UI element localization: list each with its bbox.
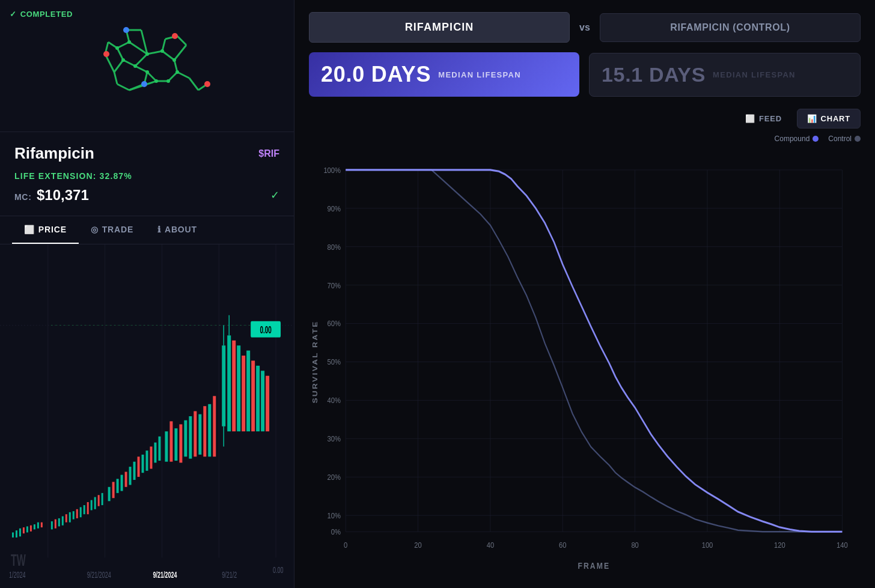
svg-rect-91	[154, 443, 156, 463]
svg-point-34	[103, 51, 109, 57]
svg-text:SURVIVAL RATE: SURVIVAL RATE	[311, 320, 319, 403]
svg-rect-73	[80, 507, 82, 517]
svg-rect-75	[87, 502, 89, 514]
tabs-section: ⬜ PRICE ◎ TRADE ℹ ABOUT	[0, 216, 294, 244]
feed-label: FEED	[759, 114, 782, 123]
vs-text: vs	[579, 22, 590, 33]
verified-check-icon: ✓	[270, 189, 279, 202]
svg-text:1/2024: 1/2024	[9, 570, 26, 580]
tab-about[interactable]: ℹ ABOUT	[145, 216, 209, 244]
chart-button[interactable]: 📊 CHART	[797, 109, 861, 129]
compound-lifespan-value: 20.0 DAYS	[321, 62, 431, 87]
monitor-icon: ⬜	[745, 114, 755, 123]
svg-text:0: 0	[344, 541, 347, 550]
survival-chart-svg: 100% 90% 80% 70% 60% 50% 40% 30% 20% 10%…	[309, 148, 861, 576]
svg-point-45	[121, 58, 125, 62]
chart-label: CHART	[821, 114, 850, 123]
svg-rect-89	[146, 450, 148, 471]
check-icon: ✓	[10, 10, 17, 19]
svg-text:40: 40	[487, 541, 495, 550]
svg-rect-77	[94, 497, 96, 509]
svg-text:TW: TW	[11, 551, 26, 569]
svg-rect-81	[112, 482, 115, 498]
svg-rect-102	[208, 404, 211, 456]
svg-rect-63	[41, 523, 43, 527]
life-extension-label: LIFE EXTENSION:	[14, 171, 97, 181]
svg-rect-68	[62, 517, 64, 526]
svg-rect-114	[256, 366, 260, 431]
svg-rect-59	[26, 526, 28, 532]
svg-rect-0	[57, 12, 237, 120]
svg-rect-112	[246, 351, 250, 432]
svg-text:9/21/2024: 9/21/2024	[153, 570, 177, 580]
control-lifespan-card: 15.1 DAYS MEDIAN LIFESPAN	[589, 53, 861, 97]
tab-price-label: PRICE	[38, 225, 67, 234]
market-cap-row: MC: $10,371 ✓	[14, 187, 279, 204]
svg-rect-56	[16, 530, 17, 538]
compound-legend-dot	[812, 136, 819, 142]
svg-text:0%: 0%	[331, 527, 341, 536]
molecule-section: ✓ COMPLETED	[0, 0, 294, 132]
svg-text:90%: 90%	[328, 204, 341, 213]
compound-name: Rifampicin	[14, 144, 94, 163]
svg-rect-94	[169, 421, 172, 461]
svg-rect-83	[121, 475, 123, 491]
survival-chart-container: 100% 90% 80% 70% 60% 50% 40% 30% 20% 10%…	[309, 148, 861, 576]
svg-point-38	[145, 52, 149, 56]
compound-header: Rifampicin $RIF	[14, 144, 279, 163]
svg-point-44	[145, 70, 149, 74]
svg-rect-86	[133, 462, 136, 480]
svg-rect-87	[138, 456, 140, 477]
completed-badge: ✓ COMPLETED	[10, 10, 73, 19]
svg-rect-69	[66, 514, 67, 522]
svg-rect-96	[179, 424, 182, 462]
svg-rect-103	[213, 396, 216, 456]
svg-rect-66	[55, 520, 56, 529]
tab-trade-label: TRADE	[102, 225, 133, 234]
life-extension-value: 32.87%	[100, 171, 132, 181]
svg-rect-85	[129, 467, 132, 485]
svg-rect-98	[189, 416, 192, 459]
svg-rect-97	[184, 420, 187, 457]
svg-rect-62	[37, 523, 39, 529]
svg-rect-111	[242, 356, 245, 431]
lifespan-row: 20.0 DAYS MEDIAN LIFESPAN 15.1 DAYS MEDI…	[309, 52, 861, 97]
svg-rect-76	[91, 500, 93, 511]
svg-text:140: 140	[837, 541, 848, 550]
svg-text:80: 80	[631, 541, 639, 550]
svg-rect-57	[19, 529, 21, 536]
svg-text:100%: 100%	[323, 166, 341, 175]
chart-controls: ⬜ FEED 📊 CHART	[309, 109, 861, 129]
svg-rect-100	[198, 414, 201, 455]
svg-point-42	[166, 79, 170, 83]
vs-row: RIFAMPICIN vs RIFAMPICIN (CONTROL)	[309, 12, 861, 43]
svg-point-46	[115, 46, 119, 50]
svg-point-40	[172, 58, 176, 62]
svg-rect-113	[251, 360, 255, 431]
compound-pill[interactable]: RIFAMPICIN	[309, 12, 570, 43]
molecule-image	[57, 12, 237, 120]
svg-text:70%: 70%	[328, 281, 341, 290]
svg-rect-58	[23, 527, 25, 533]
svg-point-43	[154, 79, 158, 83]
svg-rect-95	[174, 428, 177, 461]
right-panel: RIFAMPICIN vs RIFAMPICIN (CONTROL) 20.0 …	[294, 0, 875, 588]
svg-rect-78	[98, 495, 100, 506]
svg-rect-101	[203, 406, 206, 456]
bar-chart-icon: 📊	[807, 114, 817, 123]
svg-rect-72	[76, 509, 78, 518]
svg-text:0.00: 0.00	[260, 324, 272, 335]
svg-text:120: 120	[774, 541, 785, 550]
svg-rect-61	[34, 524, 35, 529]
tab-about-label: ABOUT	[165, 225, 197, 234]
mc-value: $10,371	[37, 187, 89, 203]
left-panel: ✓ COMPLETED	[0, 0, 294, 588]
mc-label: MC:	[14, 192, 32, 202]
control-pill[interactable]: RIFAMPICIN (CONTROL)	[600, 13, 861, 42]
tab-trade[interactable]: ◎ TRADE	[79, 216, 145, 244]
svg-rect-109	[232, 341, 236, 431]
tab-price[interactable]: ⬜ PRICE	[12, 216, 79, 244]
svg-point-39	[160, 49, 164, 53]
feed-button[interactable]: ⬜ FEED	[735, 109, 792, 129]
svg-text:50%: 50%	[328, 357, 341, 366]
